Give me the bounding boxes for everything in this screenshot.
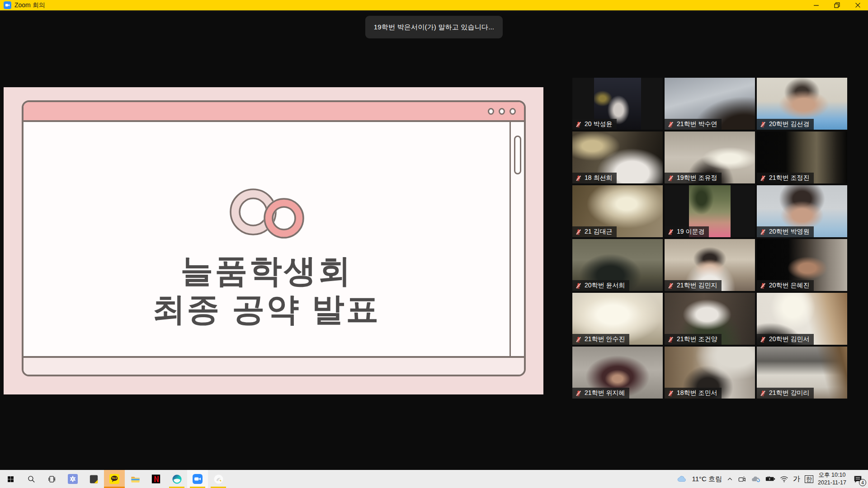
restore-button[interactable]: [826, 0, 847, 10]
muted-mic-icon: [760, 282, 766, 289]
participant-name-label: 19학번 조유정: [665, 173, 722, 183]
window-dot-icon: [488, 108, 494, 115]
participant-name: 18학번 조민서: [677, 389, 717, 397]
muted-mic-icon: [667, 336, 674, 343]
paint-app-button[interactable]: [208, 470, 229, 488]
participant-tile[interactable]: 20학번 김선경: [757, 78, 847, 130]
participant-tile[interactable]: 21학번 위지혜: [572, 347, 663, 399]
window-titlebar: Zoom 회의: [0, 0, 868, 12]
participant-name-label: 20학번 윤서희: [572, 280, 629, 291]
tray-date: 2021-11-17: [818, 479, 846, 487]
settings-app-button[interactable]: [62, 470, 83, 488]
window-dot-icon: [499, 108, 505, 115]
participant-name-label: 20학번 박영원: [757, 226, 814, 237]
muted-mic-icon: [667, 390, 674, 397]
kakaotalk-app-button[interactable]: TALK: [104, 470, 125, 488]
slide-title-line1: 늘품학생회: [181, 252, 353, 290]
muted-mic-icon: [667, 175, 674, 182]
participant-tile[interactable]: 21학번 박수연: [665, 78, 755, 130]
participant-tile[interactable]: 21학번 안수진: [572, 293, 663, 345]
slide-content: 늘품학생회 최종 공약 발표: [24, 122, 509, 356]
search-button[interactable]: [21, 470, 42, 488]
participant-name-label: 21학번 김민지: [665, 280, 722, 291]
slide-scrollbar-thumb: [514, 136, 521, 174]
zoom-app-icon: [4, 1, 11, 9]
muted-mic-icon: [760, 121, 766, 128]
participant-name: 21학번 조정진: [769, 174, 809, 182]
participant-tile[interactable]: 19학번 조유정: [665, 131, 755, 183]
participant-name: 20 박성윤: [585, 120, 612, 128]
slide-scrollbar-track: [509, 122, 524, 356]
shared-screen-slide: 늘품학생회 최종 공약 발표: [4, 87, 543, 394]
muted-mic-icon: [760, 229, 766, 235]
weather-text[interactable]: 11°C 흐림: [692, 475, 722, 483]
participant-tile[interactable]: 21학번 조건양: [665, 293, 755, 345]
participant-name-label: 21 김대근: [572, 226, 617, 237]
participant-name: 21학번 김민지: [677, 282, 717, 290]
window-controls: [806, 0, 868, 10]
participant-name: 20학번 윤서희: [585, 282, 625, 290]
participant-name-label: 21학번 위지혜: [572, 388, 629, 399]
action-center-button[interactable]: 4: [851, 473, 864, 485]
participant-tile[interactable]: 21 김대근: [572, 185, 663, 237]
participant-tile[interactable]: 21학번 강미리: [757, 347, 847, 399]
participant-name: 21학번 조건양: [677, 335, 717, 343]
window-dot-icon: [509, 108, 516, 115]
close-button[interactable]: [847, 0, 868, 10]
participant-name-label: 21학번 안수진: [572, 334, 629, 345]
meeting-stage: 19학번 박은서이(가) 말하고 있습니다...: [0, 12, 868, 470]
slide-title-line2: 최종 공약 발표: [152, 290, 380, 328]
notification-count-badge: 4: [859, 479, 866, 486]
weather-cloud-icon: [677, 475, 687, 483]
tray-time: 오후 10:10: [819, 471, 846, 479]
participant-name: 21학번 안수진: [585, 335, 625, 343]
participant-name-label: 19 이문경: [665, 226, 709, 237]
muted-mic-icon: [575, 229, 582, 235]
participant-name-label: 21학번 박수연: [665, 119, 722, 130]
tray-clock[interactable]: 오후 10:10 2021-11-17: [818, 471, 846, 487]
participant-tile[interactable]: 21학번 김민지: [665, 239, 755, 291]
whale-browser-button[interactable]: [166, 470, 187, 488]
participant-name-label: 21학번 조정진: [757, 173, 814, 183]
participant-tile[interactable]: 20학번 김민서: [757, 293, 847, 345]
wifi-icon[interactable]: [780, 476, 788, 483]
file-explorer-button[interactable]: [125, 470, 146, 488]
muted-mic-icon: [760, 175, 766, 182]
tray-camera-icon[interactable]: [738, 475, 746, 483]
participant-name: 20학번 김민서: [769, 335, 809, 343]
participant-tile[interactable]: 20 박성윤: [572, 78, 663, 130]
participant-name-label: 21학번 강미리: [757, 388, 814, 399]
start-button[interactable]: [0, 470, 21, 488]
taskbar: TALK 11°C 흐림 가 한 오후 10:10 2021-11-17 4: [0, 470, 868, 488]
participant-name: 18 최선희: [585, 174, 612, 182]
participant-name: 19 이문경: [677, 228, 704, 236]
participant-tile[interactable]: 20학번 박영원: [757, 185, 847, 237]
participant-tile[interactable]: 19 이문경: [665, 185, 755, 237]
participant-name-label: 18학번 조민서: [665, 388, 722, 399]
participant-tile[interactable]: 20학번 은혜진: [757, 239, 847, 291]
participant-tile[interactable]: 18학번 조민서: [665, 347, 755, 399]
participant-name: 20학번 박영원: [769, 228, 809, 236]
onedrive-icon[interactable]: [751, 475, 761, 483]
window-title: Zoom 회의: [14, 1, 45, 9]
participant-name-label: 20 박성윤: [572, 119, 617, 130]
muted-mic-icon: [575, 121, 582, 128]
ime-mode-indicator[interactable]: 한: [805, 475, 813, 483]
participant-name: 21학번 위지혜: [585, 389, 625, 397]
ime-letter[interactable]: 가: [793, 474, 800, 484]
rings-icon: [226, 188, 307, 243]
participant-tile[interactable]: 21학번 조정진: [757, 131, 847, 183]
participant-tile[interactable]: 18 최선희: [572, 131, 663, 183]
tray-chevron-up-icon[interactable]: [726, 476, 733, 483]
netflix-app-button[interactable]: [146, 470, 166, 488]
notes-app-button[interactable]: [83, 470, 104, 488]
zoom-app-taskbar-button[interactable]: [187, 470, 208, 488]
participant-name: 21학번 강미리: [769, 389, 809, 397]
system-tray: 11°C 흐림 가 한 오후 10:10 2021-11-17 4: [677, 470, 868, 488]
participant-name-label: 21학번 조건양: [665, 334, 722, 345]
minimize-button[interactable]: [806, 0, 826, 10]
participant-tile[interactable]: 20학번 윤서희: [572, 239, 663, 291]
task-view-button[interactable]: [42, 470, 62, 488]
participant-name-label: 20학번 김선경: [757, 119, 814, 130]
battery-charging-icon[interactable]: [765, 476, 775, 482]
